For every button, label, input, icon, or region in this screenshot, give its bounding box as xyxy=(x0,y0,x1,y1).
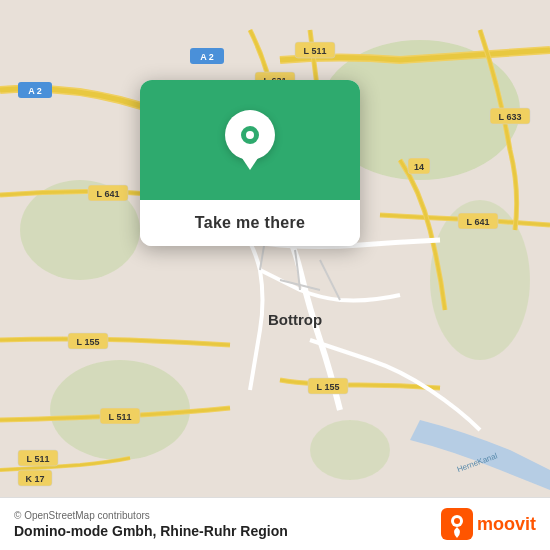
svg-text:L 641: L 641 xyxy=(467,217,490,227)
svg-point-5 xyxy=(310,420,390,480)
svg-text:L 155: L 155 xyxy=(77,337,100,347)
moovit-icon xyxy=(441,508,473,540)
popup-header xyxy=(140,80,360,200)
place-name: Domino-mode Gmbh, Rhine-Ruhr Region xyxy=(14,523,288,539)
svg-text:L 511: L 511 xyxy=(304,46,327,56)
bottom-bar-info: © OpenStreetMap contributors Domino-mode… xyxy=(14,510,288,539)
pin-dot xyxy=(241,126,259,144)
svg-text:A 2: A 2 xyxy=(28,86,42,96)
svg-text:A 2: A 2 xyxy=(200,52,214,62)
bottom-bar: © OpenStreetMap contributors Domino-mode… xyxy=(0,497,550,550)
popup-card: Take me there xyxy=(140,80,360,246)
svg-text:L 155: L 155 xyxy=(317,382,340,392)
moovit-logo: moovit xyxy=(441,508,536,540)
location-pin xyxy=(225,110,275,170)
take-me-there-button[interactable]: Take me there xyxy=(140,200,360,246)
pin-tail xyxy=(242,158,258,170)
svg-text:L 511: L 511 xyxy=(109,412,132,422)
moovit-text: moovit xyxy=(477,514,536,535)
pin-circle xyxy=(225,110,275,160)
svg-text:K 17: K 17 xyxy=(25,474,44,484)
svg-point-36 xyxy=(454,518,460,524)
map-container: A 2 A 2 L 511 L 631 L 641 L 641 L 633 14… xyxy=(0,0,550,550)
copyright-text: © OpenStreetMap contributors xyxy=(14,510,288,521)
svg-text:L 633: L 633 xyxy=(499,112,522,122)
svg-text:L 641: L 641 xyxy=(97,189,120,199)
svg-text:Bottrop: Bottrop xyxy=(268,311,322,328)
svg-text:14: 14 xyxy=(414,162,424,172)
svg-text:L 511: L 511 xyxy=(27,454,50,464)
